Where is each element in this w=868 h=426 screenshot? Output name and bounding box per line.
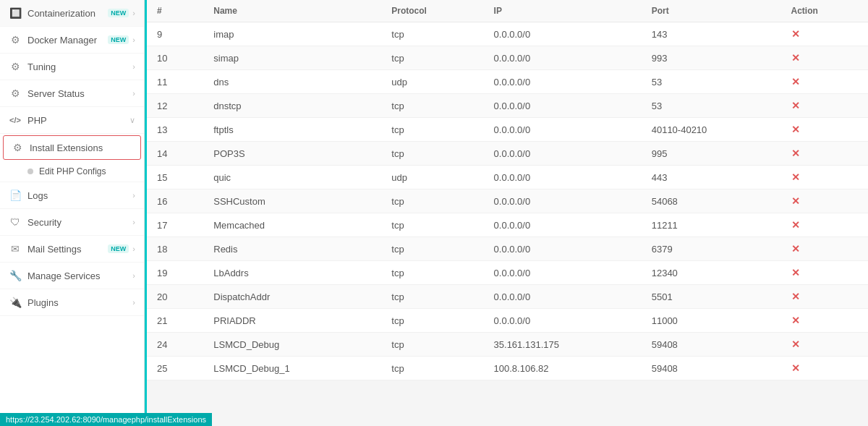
table-row: 20 DispatchAddr tcp 0.0.0.0/0 5501 ✕ <box>147 285 868 309</box>
cell-name: Memcached <box>203 213 381 237</box>
cell-num: 25 <box>147 357 203 380</box>
delete-button[interactable]: ✕ <box>791 52 800 64</box>
delete-button[interactable]: ✕ <box>791 219 800 231</box>
cell-name: ftptls <box>203 118 381 142</box>
cell-port: 53 <box>642 70 781 94</box>
cell-action: ✕ <box>781 46 868 70</box>
cell-ip: 0.0.0.0/0 <box>484 142 642 166</box>
cell-port: 6379 <box>642 237 781 261</box>
sidebar-item-security[interactable]: 🛡 Security › <box>0 209 144 236</box>
cell-ip: 35.161.131.175 <box>484 333 642 357</box>
cell-num: 9 <box>147 22 203 46</box>
delete-button[interactable]: ✕ <box>791 195 800 207</box>
sidebar-item-mail-settings[interactable]: ✉ Mail Settings NEW › <box>0 236 144 263</box>
delete-button[interactable]: ✕ <box>791 28 800 40</box>
cell-protocol: tcp <box>381 333 483 357</box>
cell-num: 18 <box>147 237 203 261</box>
cell-name: LSMCD_Debug <box>203 333 381 357</box>
sidebar-item-install-extensions[interactable]: ⚙ Install Extensions <box>3 135 141 160</box>
table-row: 25 LSMCD_Debug_1 tcp 100.8.106.82 59408 … <box>147 357 868 380</box>
cell-name: imap <box>203 22 381 46</box>
cell-protocol: tcp <box>381 142 483 166</box>
server-icon: ⚙ <box>9 87 22 100</box>
cell-ip: 0.0.0.0/0 <box>484 189 642 213</box>
delete-button[interactable]: ✕ <box>791 76 800 88</box>
cell-port: 443 <box>642 166 781 189</box>
table-row: 12 dnstcp tcp 0.0.0.0/0 53 ✕ <box>147 94 868 118</box>
cell-protocol: tcp <box>381 94 483 118</box>
delete-button[interactable]: ✕ <box>791 291 800 302</box>
cell-action: ✕ <box>781 70 868 94</box>
cell-name: POP3S <box>203 142 381 166</box>
cell-action: ✕ <box>781 261 868 285</box>
cell-ip: 0.0.0.0/0 <box>484 261 642 285</box>
cell-name: quic <box>203 166 381 189</box>
cell-num: 21 <box>147 309 203 333</box>
docker-icon: ⚙ <box>9 33 22 46</box>
table-row: 9 imap tcp 0.0.0.0/0 143 ✕ <box>147 22 868 46</box>
cell-ip: 0.0.0.0/0 <box>484 309 642 333</box>
delete-button[interactable]: ✕ <box>791 243 800 255</box>
cell-action: ✕ <box>781 22 868 46</box>
sidebar-item-php[interactable]: </> PHP ∨ <box>0 107 144 134</box>
sidebar-item-label: Mail Settings <box>27 244 108 255</box>
arrow-icon: › <box>132 9 135 17</box>
delete-button[interactable]: ✕ <box>791 148 800 159</box>
col-header-protocol: Protocol <box>381 0 483 22</box>
delete-button[interactable]: ✕ <box>791 124 800 135</box>
cell-protocol: udp <box>381 166 483 189</box>
sidebar-item-plugins[interactable]: 🔌 Plugins › <box>0 289 144 316</box>
bullet-icon <box>27 169 33 174</box>
sidebar-item-containerization[interactable]: 🔲 Containerization NEW › <box>0 0 144 27</box>
table-row: 18 Redis tcp 0.0.0.0/0 6379 ✕ <box>147 237 868 261</box>
delete-button[interactable]: ✕ <box>791 171 800 183</box>
logs-icon: 📄 <box>9 189 22 202</box>
delete-button[interactable]: ✕ <box>791 338 800 350</box>
table-row: 16 SSHCustom tcp 0.0.0.0/0 54068 ✕ <box>147 189 868 213</box>
cell-num: 19 <box>147 261 203 285</box>
arrow-icon: › <box>132 298 135 307</box>
cell-ip: 0.0.0.0/0 <box>484 94 642 118</box>
cell-num: 20 <box>147 285 203 309</box>
sidebar-item-docker-manager[interactable]: ⚙ Docker Manager NEW › <box>0 27 144 54</box>
new-badge: NEW <box>108 244 129 253</box>
cell-ip: 0.0.0.0/0 <box>484 22 642 46</box>
cell-action: ✕ <box>781 333 868 357</box>
sidebar-item-label: Edit PHP Configs <box>39 166 106 176</box>
delete-button[interactable]: ✕ <box>791 267 800 278</box>
cell-action: ✕ <box>781 285 868 309</box>
cell-num: 17 <box>147 213 203 237</box>
delete-button[interactable]: ✕ <box>791 315 800 326</box>
table-row: 15 quic udp 0.0.0.0/0 443 ✕ <box>147 166 868 189</box>
table-row: 13 ftptls tcp 0.0.0.0/0 40110-40210 ✕ <box>147 118 868 142</box>
cell-port: 54068 <box>642 189 781 213</box>
new-badge: NEW <box>108 35 129 44</box>
cell-num: 14 <box>147 142 203 166</box>
sidebar-item-logs[interactable]: 📄 Logs › <box>0 182 144 209</box>
cell-ip: 0.0.0.0/0 <box>484 285 642 309</box>
cell-num: 24 <box>147 333 203 357</box>
delete-button[interactable]: ✕ <box>791 362 800 374</box>
cell-protocol: tcp <box>381 261 483 285</box>
sidebar-subitem-edit-php-configs[interactable]: Edit PHP Configs <box>0 161 144 182</box>
tuning-icon: ⚙ <box>9 60 22 73</box>
cell-num: 12 <box>147 94 203 118</box>
cell-ip: 0.0.0.0/0 <box>484 237 642 261</box>
table-row: 24 LSMCD_Debug tcp 35.161.131.175 59408 … <box>147 333 868 357</box>
sidebar-item-label: Install Extensions <box>30 142 133 153</box>
arrow-icon: › <box>132 244 135 253</box>
arrow-icon: › <box>132 271 135 280</box>
cell-ip: 100.8.106.82 <box>484 357 642 380</box>
cell-num: 13 <box>147 118 203 142</box>
mail-icon: ✉ <box>9 242 22 255</box>
cell-protocol: tcp <box>381 118 483 142</box>
delete-button[interactable]: ✕ <box>791 100 800 111</box>
sidebar-item-manage-services[interactable]: 🔧 Manage Services › <box>0 263 144 289</box>
col-header-port: Port <box>642 0 781 22</box>
sidebar-item-tuning[interactable]: ⚙ Tuning › <box>0 54 144 80</box>
sidebar-item-server-status[interactable]: ⚙ Server Status › <box>0 80 144 107</box>
cell-name: LSMCD_Debug_1 <box>203 357 381 380</box>
table-row: 17 Memcached tcp 0.0.0.0/0 11211 ✕ <box>147 213 868 237</box>
cell-ip: 0.0.0.0/0 <box>484 166 642 189</box>
cell-name: LbAddrs <box>203 261 381 285</box>
